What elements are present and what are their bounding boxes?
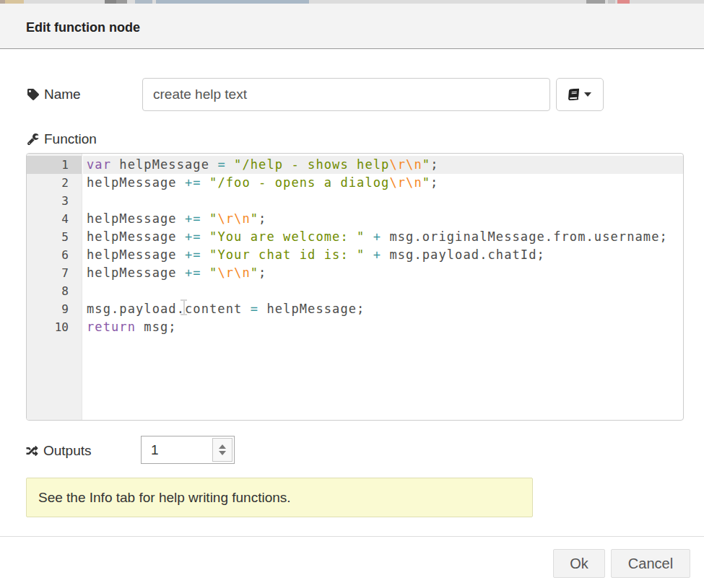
line-number: 9 [27, 300, 82, 318]
name-label: Name [44, 87, 81, 102]
line-number: 10 [27, 318, 82, 336]
form-tip-text: See the Info tab for help writing functi… [38, 478, 291, 517]
outputs-label-row: Outputs [26, 443, 92, 459]
dialog-title: Edit function node [26, 20, 140, 35]
spinner-up-icon[interactable] [219, 444, 226, 449]
footer-divider [0, 536, 704, 537]
code-line: var helpMessage = "/help - shows help\r\… [83, 156, 683, 174]
line-number: 7 [27, 264, 82, 282]
outputs-spinner[interactable]: 1 [141, 436, 235, 464]
name-input[interactable] [142, 78, 550, 111]
ok-button[interactable]: Ok [553, 549, 605, 578]
spinner-buttons[interactable] [212, 438, 233, 462]
line-number: 8 [27, 282, 82, 300]
function-label-row: Function [27, 131, 97, 147]
code-editor[interactable]: 12345678910 var helpMessage = "/help - s… [26, 153, 684, 421]
text-cursor [179, 299, 188, 317]
library-button[interactable] [556, 78, 604, 111]
outputs-label: Outputs [43, 443, 92, 459]
shuffle-icon [26, 445, 38, 457]
name-label-row: Name [27, 87, 81, 102]
caret-down-icon [584, 92, 591, 97]
code-line [83, 282, 683, 300]
book-icon [568, 88, 579, 100]
form-tip: See the Info tab for help writing functi… [26, 478, 533, 517]
function-label: Function [44, 131, 97, 147]
line-number: 3 [27, 192, 82, 210]
line-number: 5 [27, 228, 82, 246]
code-line: msg.payload.content = helpMessage; [83, 300, 683, 318]
outputs-value: 1 [151, 436, 159, 463]
line-number: 4 [27, 210, 82, 228]
code-line: helpMessage += "You are welcome: " + msg… [83, 228, 683, 246]
code-line: helpMessage += "\r\n"; [83, 264, 683, 282]
editor-gutter: 12345678910 [27, 154, 82, 420]
tag-icon [27, 89, 39, 100]
line-number: 2 [27, 174, 82, 192]
code-line: return msg; [83, 318, 683, 336]
code-line: helpMessage += "/foo - opens a dialog\r\… [83, 174, 683, 192]
wrench-icon [27, 133, 39, 145]
cancel-button[interactable]: Cancel [611, 549, 690, 578]
line-number: 1 [27, 156, 82, 174]
dialog-header: Edit function node [0, 4, 704, 49]
code-line: helpMessage += "Your chat id is: " + msg… [83, 246, 683, 264]
code-line [83, 192, 683, 210]
line-number: 6 [27, 246, 82, 264]
code-line: helpMessage += "\r\n"; [83, 210, 683, 228]
spinner-down-icon[interactable] [219, 451, 226, 455]
